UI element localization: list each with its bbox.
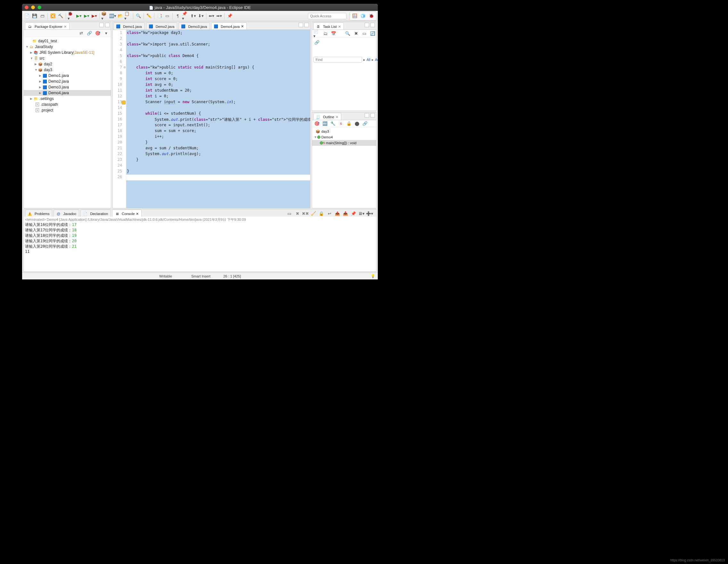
close-tab-icon[interactable]: ✕ <box>241 24 244 29</box>
new-button[interactable]: 📄 <box>23 12 30 20</box>
file-node[interactable]: 🅇.project <box>24 107 111 113</box>
package-explorer-tab[interactable]: 🗂 Package Explorer ✕ <box>25 22 70 29</box>
focus-task-button[interactable]: 🎯 <box>94 30 101 37</box>
close-icon[interactable]: ✕ <box>136 212 139 216</box>
quick-access-input[interactable] <box>308 13 346 19</box>
display-selected-button[interactable]: 🖥▾ <box>358 210 365 217</box>
declaration-tab[interactable]: 📄Declaration <box>80 210 111 217</box>
code-editor[interactable]: class="kw">package day3;class="kw">impor… <box>126 30 310 208</box>
run-button[interactable]: ▶▾ <box>75 12 82 20</box>
new-class-button[interactable]: 🆕▾ <box>109 12 116 20</box>
console-tab[interactable]: 🖥Console✕ <box>112 210 142 217</box>
minimize-view-button[interactable] <box>365 113 369 118</box>
save-button[interactable]: 💾 <box>31 12 38 20</box>
word-wrap-button[interactable]: ↩ <box>326 210 333 217</box>
collapse-all-button[interactable]: ⇄ <box>78 30 85 37</box>
javadoc-tab[interactable]: @Javadoc <box>54 210 79 217</box>
java-perspective-button[interactable]: 🧊 <box>360 12 367 20</box>
search-button[interactable]: 🔍 <box>135 12 142 20</box>
maximize-view-button[interactable] <box>370 23 375 27</box>
scroll-lock-button[interactable]: 🔒 <box>318 210 325 217</box>
task-list-tab[interactable]: 🗓 Task List ✕ <box>313 22 344 29</box>
sort-button[interactable]: 🔤 <box>321 120 328 127</box>
coverage-button[interactable]: ▶▾ <box>83 12 90 20</box>
link-editor-button[interactable]: 🔗 <box>86 30 93 37</box>
outline-class-node[interactable]: ▼ Demo4 <box>312 134 376 140</box>
focus-button[interactable]: 🎯 <box>313 120 320 127</box>
editor-tab[interactable]: 🟦Demo4.java✕ <box>211 22 247 29</box>
library-node[interactable]: ▶📚JRE System Library [JavaSE-11] <box>24 50 111 55</box>
schedule-button[interactable]: 📅 <box>330 30 337 37</box>
close-icon[interactable]: ✕ <box>64 25 67 29</box>
close-icon[interactable]: ✕ <box>335 115 338 119</box>
prev-annotation-button[interactable]: ⬇▾ <box>197 12 204 20</box>
link-icon[interactable]: 🔗 <box>313 39 320 46</box>
package-node[interactable]: ▼📦day3 <box>24 67 111 73</box>
editor-tab[interactable]: 🟦Demo2.java <box>146 22 178 29</box>
show-whitespace-button[interactable]: ¶ <box>174 12 181 20</box>
maximize-editor-button[interactable] <box>304 23 309 27</box>
annotation-button[interactable]: 📌▾ <box>182 12 189 20</box>
close-icon[interactable]: ✕ <box>338 25 341 29</box>
focus-button[interactable]: 🔍 <box>344 30 351 37</box>
next-annotation-button[interactable]: ⬆▾ <box>190 12 197 20</box>
java-file-node[interactable]: ▶🟦Demo1.java <box>24 73 111 79</box>
open-perspective-button[interactable]: 🪟 <box>351 12 358 20</box>
hide-button[interactable]: ✖ <box>352 30 360 37</box>
debug-button[interactable]: 🐞▾ <box>68 12 75 20</box>
outline-package-node[interactable]: 📦day3 <box>312 129 376 134</box>
maximize-view-button[interactable] <box>370 113 375 118</box>
task-find-input[interactable] <box>313 57 362 62</box>
link-editor-button[interactable]: 🔗 <box>361 120 368 127</box>
java-file-node[interactable]: ▶🟦Demo2.java <box>24 79 111 84</box>
open-task-button[interactable]: 📋▾ <box>124 12 131 20</box>
new-task-button[interactable]: 📄▾ <box>313 30 320 37</box>
forward-button[interactable]: ➡▾ <box>216 12 223 20</box>
minimize-editor-button[interactable] <box>299 23 303 27</box>
show-stdout-button[interactable]: 📤 <box>334 210 341 217</box>
collapse-button[interactable]: ▭ <box>361 30 368 37</box>
minimize-view-button[interactable] <box>99 23 104 27</box>
save-all-button[interactable]: 🗃 <box>39 12 46 20</box>
file-node[interactable]: 🅇.classpath <box>24 102 111 107</box>
src-folder-node[interactable]: ▼🗄src <box>24 55 111 61</box>
project-node[interactable]: 📁day01_test <box>24 38 111 44</box>
tip-icon[interactable]: 💡 <box>371 274 375 278</box>
toggle-block-button[interactable]: ▭ <box>164 12 171 20</box>
java-file-node[interactable]: ▶🟦Demo4.java <box>24 90 111 96</box>
switch-button[interactable]: 🔀 <box>49 12 56 20</box>
debug-perspective-button[interactable]: 🐞 <box>368 12 375 20</box>
ext-tools-button[interactable]: ▶▾ <box>91 12 98 20</box>
new-package-button[interactable]: 📦▾ <box>101 12 108 20</box>
java-file-node[interactable]: ▶🟦Demo3.java <box>24 84 111 90</box>
pin-console-button[interactable]: 📌 <box>350 210 357 217</box>
hide-static-button[interactable]: S <box>337 120 344 127</box>
project-node[interactable]: ▼🗂JavaStudy <box>24 44 111 50</box>
back-button[interactable]: ⬅▾ <box>208 12 215 20</box>
hide-fields-button[interactable]: 🔧 <box>329 120 336 127</box>
show-stderr-button[interactable]: 📥 <box>342 210 349 217</box>
maximize-view-button[interactable] <box>105 23 110 27</box>
package-node[interactable]: ▶📦day2 <box>24 61 111 67</box>
toggle-mark-button[interactable]: 📑 <box>156 12 163 20</box>
problems-tab[interactable]: ⚠️Problems <box>25 210 52 217</box>
wand-button[interactable]: ✏️ <box>145 12 153 20</box>
pin-button[interactable]: 📌 <box>226 12 233 20</box>
package-explorer-tree[interactable]: 📁day01_test ▼🗂JavaStudy ▶📚JRE System Lib… <box>24 37 111 208</box>
view-menu-button[interactable]: ▾ <box>103 30 110 37</box>
categorize-button[interactable]: 🗂 <box>322 30 329 37</box>
open-type-button[interactable]: 📂 <box>117 12 124 20</box>
folder-node[interactable]: ▶📁.settings <box>24 96 111 102</box>
sync-button[interactable]: 🔄 <box>369 30 376 37</box>
activate-link[interactable]: Activ... <box>375 58 378 62</box>
console-output[interactable]: <terminated> Demo4 [Java Application] /L… <box>23 217 376 272</box>
outline-method-node[interactable]: S main(String[]) : void <box>312 140 376 146</box>
editor-tab[interactable]: 🟦Demo1.java <box>113 22 145 29</box>
outline-tree[interactable]: 📦day3 ▼ Demo4 S main(String[]) : void <box>312 127 376 147</box>
hide-local-button[interactable]: ⬤ <box>353 120 360 127</box>
open-console-button[interactable]: ➕▾ <box>366 210 373 217</box>
clear-console-button[interactable]: 🧹 <box>310 210 317 217</box>
editor-tab[interactable]: 🟦Demo3.java <box>178 22 210 29</box>
all-link[interactable]: All <box>367 58 370 62</box>
minimize-view-button[interactable] <box>365 23 369 27</box>
